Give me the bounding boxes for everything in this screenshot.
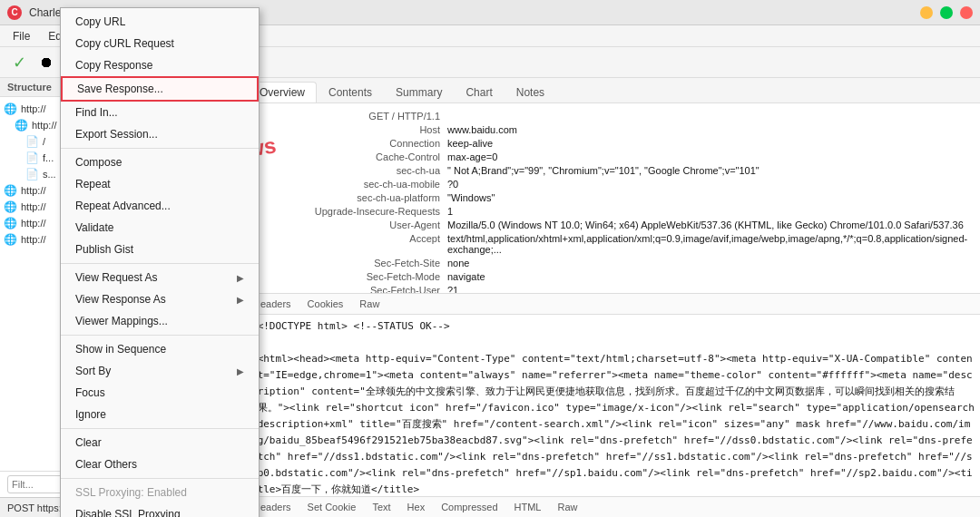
- globe-icon-1: 🌐: [4, 102, 17, 115]
- cm-show-in-sequence[interactable]: Show in Sequence: [61, 338, 259, 360]
- cm-viewer-mappings[interactable]: Viewer Mappings...: [61, 310, 259, 332]
- tree-label-6: http://: [21, 185, 46, 196]
- cm-compose-label: Compose: [75, 156, 122, 169]
- file-icon-3: 📄: [25, 135, 39, 148]
- check-button[interactable]: ✓: [7, 51, 31, 74]
- close-btn[interactable]: [960, 6, 973, 19]
- cm-sep-2: [61, 263, 259, 264]
- req-row-platform: sec-ch-ua-platform "Windows": [248, 192, 973, 203]
- cm-sort-arrow: ▶: [237, 366, 244, 376]
- req-row-method: GET / HTTP/1.1: [248, 111, 973, 122]
- globe-icon-2: 🌐: [15, 119, 28, 132]
- cm-validate[interactable]: Validate: [61, 217, 259, 239]
- cm-compose[interactable]: Compose: [61, 151, 259, 173]
- title-bar-left: C Charles: [7, 5, 66, 20]
- cm-clear-others[interactable]: Clear Others: [61, 454, 259, 475]
- cm-copy-url[interactable]: Copy URL: [61, 11, 259, 33]
- tree-label-4: f...: [43, 152, 54, 163]
- subtab2-html[interactable]: HTML: [509, 500, 547, 514]
- tab-summary[interactable]: Summary: [384, 82, 454, 102]
- record-button[interactable]: ⏺: [34, 51, 58, 74]
- cm-export-session-label: Export Session...: [75, 128, 158, 141]
- cm-save-response[interactable]: Save Response...: [61, 76, 259, 102]
- cm-clear-label: Clear: [75, 436, 102, 449]
- subtab2-setcookie[interactable]: Set Cookie: [302, 500, 362, 514]
- tab-chart[interactable]: Chart: [454, 82, 504, 102]
- cm-publish-gist-label: Publish Gist: [75, 243, 133, 256]
- req-fetchmode-val: navigate: [447, 271, 485, 282]
- req-sechua-label: sec-ch-ua: [248, 165, 447, 176]
- cm-save-response-label: Save Response...: [77, 83, 163, 95]
- code-line-1: <!DOCTYPE html> <!--STATUS OK-->: [258, 318, 976, 335]
- req-row-host: Host www.baidu.com: [248, 124, 973, 135]
- cm-disable-ssl[interactable]: Disable SSL Proxying: [61, 503, 259, 517]
- cm-disable-ssl-label: Disable SSL Proxying: [75, 508, 181, 517]
- cm-sep-1: [61, 148, 259, 149]
- cm-copy-response[interactable]: Copy Response: [61, 54, 259, 76]
- tab-notes[interactable]: Notes: [505, 82, 556, 102]
- cm-clear[interactable]: Clear: [61, 432, 259, 454]
- cm-sort-by-label: Sort By: [75, 365, 111, 377]
- cm-find-in[interactable]: Find In...: [61, 102, 259, 123]
- cm-ignore[interactable]: Ignore: [61, 404, 259, 425]
- cm-copy-curl[interactable]: Copy cURL Request: [61, 33, 259, 54]
- cm-view-response-as-label: View Response As: [75, 293, 166, 306]
- cm-view-response-arrow: ▶: [237, 295, 244, 305]
- req-cache-val: max-age=0: [447, 151, 497, 162]
- subtab2-raw[interactable]: Raw: [552, 500, 583, 514]
- code-line-3: <html><head><meta http-equiv="Content-Ty…: [258, 351, 976, 497]
- cm-export-session[interactable]: Export Session...: [61, 123, 259, 145]
- tab-contents[interactable]: Contents: [317, 82, 384, 102]
- subtab-raw[interactable]: Raw: [354, 297, 385, 311]
- req-fetchmode-label: Sec-Fetch-Mode: [248, 271, 447, 282]
- tree-label-5: s...: [43, 169, 56, 180]
- cm-view-response-as[interactable]: View Response As ▶: [61, 288, 259, 310]
- globe-icon-7: 🌐: [4, 200, 17, 213]
- req-upgrade-val: 1: [447, 206, 453, 217]
- cm-copy-url-label: Copy URL: [75, 15, 125, 28]
- tree-label-1: http://: [21, 103, 46, 114]
- cm-focus[interactable]: Focus: [61, 382, 259, 404]
- tree-label-2: http://: [32, 120, 57, 131]
- req-fetchuser-label: Sec-Fetch-User: [248, 285, 447, 294]
- cm-find-in-label: Find In...: [75, 106, 118, 119]
- cm-show-in-sequence-label: Show in Sequence: [75, 343, 166, 356]
- req-host-label: Host: [248, 124, 447, 135]
- subtab-cookies[interactable]: Cookies: [302, 297, 349, 311]
- cm-publish-gist[interactable]: Publish Gist: [61, 239, 259, 260]
- cm-view-request-as[interactable]: View Request As ▶: [61, 267, 259, 288]
- globe-icon-8: 🌐: [4, 217, 17, 229]
- cm-sort-by[interactable]: Sort By ▶: [61, 360, 259, 382]
- globe-icon-9: 🌐: [4, 233, 17, 246]
- subtab2-compressed[interactable]: Compressed: [436, 500, 503, 514]
- cm-view-request-as-label: View Request As: [75, 271, 158, 284]
- menu-file[interactable]: File: [5, 28, 37, 44]
- subtab2-hex[interactable]: Hex: [402, 500, 431, 514]
- app-icon: C: [7, 5, 22, 20]
- cm-viewer-mappings-label: Viewer Mappings...: [75, 315, 168, 327]
- cm-ssl-proxying: SSL Proxying: Enabled: [61, 482, 259, 503]
- cm-ssl-proxying-label: SSL Proxying: Enabled: [75, 486, 187, 499]
- req-method-label: GET / HTTP/1.1: [248, 111, 447, 122]
- code-line-2: [258, 335, 976, 351]
- cm-validate-label: Validate: [75, 221, 113, 234]
- cm-repeat-advanced[interactable]: Repeat Advanced...: [61, 195, 259, 217]
- req-mobile-label: sec-ch-ua-mobile: [248, 179, 447, 190]
- minimize-btn[interactable]: [920, 6, 933, 19]
- req-mobile-val: ?0: [447, 179, 458, 190]
- response-body: 1 2 3 <!DOCTYPE html> <!--STATUS OK--> <…: [240, 315, 980, 497]
- right-panel: Overview Contents Summary Chart Notes GE…: [240, 78, 980, 517]
- window-controls: [920, 6, 973, 19]
- cm-ignore-label: Ignore: [75, 408, 106, 421]
- response-sub-tabs: Headers Cookies Raw: [240, 294, 980, 315]
- req-ua-label: User-Agent: [248, 219, 447, 230]
- cm-repeat[interactable]: Repeat: [61, 173, 259, 195]
- req-platform-val: "Windows": [447, 192, 495, 203]
- req-row-cache: Cache-Control max-age=0: [248, 151, 973, 162]
- file-icon-5: 📄: [25, 168, 39, 180]
- cm-focus-label: Focus: [75, 386, 105, 399]
- maximize-btn[interactable]: [940, 6, 953, 19]
- subtab2-text[interactable]: Text: [367, 500, 396, 514]
- req-row-sechua: sec-ch-ua " Not A;Brand";v="99", "Chromi…: [248, 165, 973, 176]
- req-cache-label: Cache-Control: [248, 151, 447, 162]
